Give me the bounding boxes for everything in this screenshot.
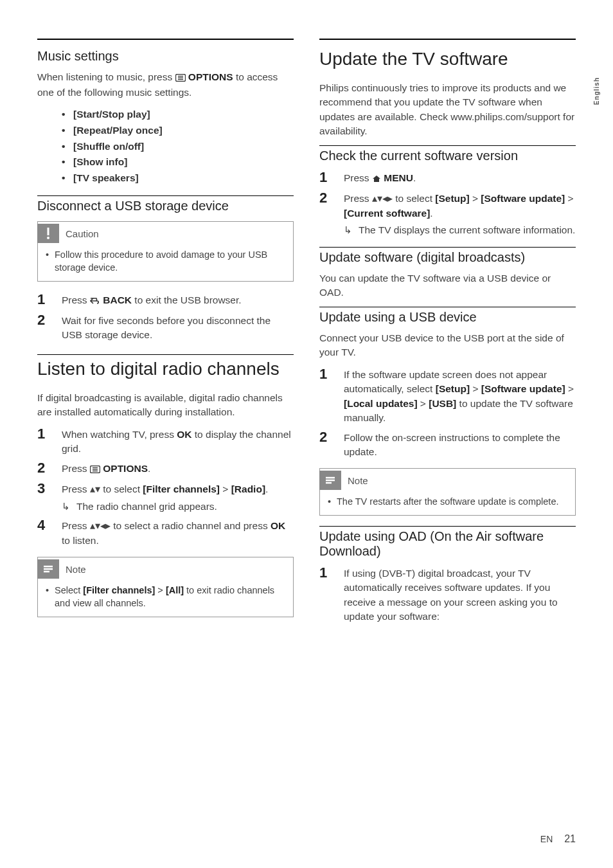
update-digital-intro: You can update the TV software via a USB… <box>319 271 576 300</box>
disconnect-steps: 1 Press BACK to exit the USB browser. 2W… <box>37 292 294 343</box>
caution-label: Caution <box>66 228 99 239</box>
home-icon <box>372 172 381 186</box>
update-usb-steps: 1If the software update screen does not … <box>319 366 576 460</box>
radio-steps: 1When watching TV, press OK to display t… <box>37 426 294 548</box>
svg-point-5 <box>47 237 49 239</box>
caution-text: Follow this procedure to avoid damage to… <box>46 248 285 275</box>
note-box: Note Select [Filter channels] > [All] to… <box>37 557 294 617</box>
result-arrow-icon: ↳ <box>62 500 70 514</box>
page-content: Music settings When listening to music, … <box>0 0 613 659</box>
note-text: The TV restarts after the software updat… <box>328 495 567 508</box>
svg-rect-4 <box>48 228 49 235</box>
list-item: [Show info] <box>62 154 294 170</box>
music-settings-list: [Start/Stop play] [Repeat/Play once] [Sh… <box>62 107 294 186</box>
page-number: 21 <box>564 833 576 844</box>
radio-intro: If digital broadcasting is available, di… <box>37 391 294 420</box>
heading-update-tv: Update the TV software <box>319 49 576 69</box>
note-text: Select [Filter channels] > [All] to exit… <box>46 584 285 610</box>
options-icon <box>90 463 100 477</box>
heading-update-digital: Update software (digital broadcasts) <box>319 247 576 265</box>
music-intro: When listening to music, press OPTIONS t… <box>37 70 294 100</box>
list-item: [Start/Stop play] <box>62 107 294 123</box>
nav-arrows-icon: ▴▾◂▸ <box>90 520 111 531</box>
heading-update-usb: Update using a USB device <box>319 307 576 325</box>
heading-check-version: Check the current software version <box>319 145 576 163</box>
nav-arrows-icon: ▴▾◂▸ <box>372 193 393 204</box>
list-item: [Repeat/Play once] <box>62 123 294 139</box>
heading-digital-radio: Listen to digital radio channels <box>37 359 294 379</box>
back-icon <box>90 294 100 309</box>
note-label: Note <box>66 564 86 575</box>
footer-lang: EN <box>540 834 553 844</box>
left-column: Music settings When listening to music, … <box>37 39 294 633</box>
check-version-steps: 1Press MENU. 2 Press ▴▾◂▸ to select [Set… <box>319 170 576 238</box>
page-footer: EN 21 <box>540 833 576 845</box>
result-arrow-icon: ↳ <box>344 223 352 237</box>
note-icon <box>319 471 341 490</box>
caution-box: Caution Follow this procedure to avoid d… <box>37 221 294 282</box>
update-intro: Philips continuously tries to improve it… <box>319 81 576 139</box>
right-column: Update the TV software Philips continuou… <box>319 39 576 633</box>
list-item: [TV speakers] <box>62 170 294 186</box>
update-oad-steps: 1If using (DVB-T) digital broadcast, you… <box>319 565 576 624</box>
heading-music-settings: Music settings <box>37 49 294 64</box>
caution-icon <box>37 224 59 243</box>
update-usb-intro: Connect your USB device to the USB port … <box>319 331 576 360</box>
list-item: [Shuffle on/off] <box>62 139 294 155</box>
heading-update-oad: Update using OAD (On the Air software Do… <box>319 526 576 559</box>
options-icon <box>175 71 186 86</box>
note-icon <box>37 559 59 579</box>
nav-up-down-icon: ▴▾ <box>90 484 100 494</box>
note-label: Note <box>348 475 368 486</box>
heading-disconnect-usb: Disconnect a USB storage device <box>37 195 294 213</box>
note-box: Note The TV restarts after the software … <box>319 468 576 515</box>
